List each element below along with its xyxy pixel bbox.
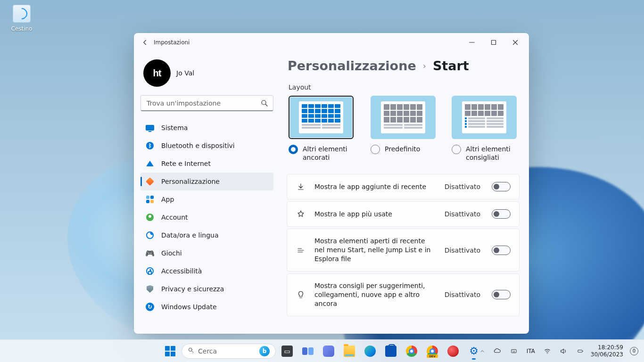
search-input[interactable] [140, 95, 273, 111]
tray-keyboard[interactable] [507, 346, 521, 356]
nav-label: Windows Update [161, 303, 217, 311]
chrome-icon [406, 346, 417, 357]
nav-label: Privacy e sicurezza [161, 285, 224, 293]
minimize-icon [468, 38, 476, 47]
setting-label: Mostra le app più usate [314, 210, 436, 219]
time-label: 18:20:59 [591, 344, 623, 351]
tray-network[interactable] [541, 346, 554, 357]
nav-item-gaming[interactable]: 🎮Giochi [140, 244, 273, 262]
desktop-icon-label: Cestino [7, 25, 37, 32]
nav-item-bluetooth[interactable]: ᛒBluetooth e dispositivi [140, 137, 273, 155]
profile-block[interactable]: ht Jo Val [140, 52, 273, 95]
setting-recent-items: Mostra elementi aperti di recente nel me… [287, 229, 520, 272]
taskbar-app-chrome-dev[interactable] [423, 342, 442, 361]
start-button[interactable] [161, 342, 180, 361]
radio-label: Altri elementi consigliati [466, 145, 518, 162]
nav-label: App [161, 196, 174, 203]
taskbar-app-taskview[interactable]: ▭ [278, 342, 297, 361]
svg-point-2 [189, 348, 192, 351]
toggle-tips[interactable] [492, 290, 511, 299]
layout-option-default[interactable]: Predefinito [371, 96, 436, 162]
nav-label: Accessibilità [161, 267, 202, 275]
settings-window: Impostazioni ht Jo Val Sistema [134, 33, 529, 334]
download-icon [296, 182, 306, 191]
nav-item-time[interactable]: Data/ora e lingua [140, 226, 273, 244]
language-label: ITA [527, 348, 535, 354]
layout-options: Altri elementi ancorati Predefinito Altr… [289, 96, 520, 162]
toggle-recent-items[interactable] [492, 246, 511, 255]
arrow-left-icon [140, 38, 149, 47]
windows-icon [165, 346, 175, 356]
back-button[interactable] [137, 34, 153, 50]
gear-icon: ⚙ [468, 346, 479, 357]
chevron-right-icon: › [423, 61, 426, 71]
avatar: ht [143, 59, 171, 87]
layout-option-more-recommendations[interactable]: Altri elementi consigliati [452, 96, 518, 162]
nav-label: Account [161, 214, 188, 221]
nav-item-accounts[interactable]: Account [140, 208, 273, 226]
setting-recent-apps: Mostra le app aggiunte di recente Disatt… [287, 174, 520, 199]
maximize-button[interactable] [483, 35, 504, 50]
taskbar-app-settings[interactable]: ⚙ [464, 342, 483, 361]
nav-label: Bluetooth e dispositivi [161, 142, 235, 149]
svg-point-1 [262, 100, 266, 105]
taskbar-app-opera[interactable] [444, 342, 462, 361]
toggle-recent-apps[interactable] [492, 182, 511, 191]
breadcrumb-parent[interactable]: Personalizzazione [288, 58, 416, 73]
system-tray: ITA 18:20:59 30/06/2023 0 [477, 344, 638, 358]
search-placeholder: Cerca [198, 347, 217, 355]
taskbar-app-edge[interactable] [361, 342, 380, 361]
nav-label: Personalizzazione [161, 178, 220, 185]
nav-item-accessibility[interactable]: Accessibilità [140, 262, 273, 280]
tray-onedrive[interactable] [491, 346, 504, 357]
tray-notifications[interactable]: 0 [630, 347, 638, 355]
radio-icon [371, 145, 380, 154]
nav-label: Data/ora e lingua [161, 231, 219, 239]
opera-icon [447, 346, 459, 357]
taskbar-app-chrome[interactable] [402, 342, 421, 361]
minimize-button[interactable] [461, 35, 483, 50]
taskbar-app-store[interactable] [381, 342, 400, 361]
setting-state: Disattivato [445, 183, 480, 190]
taskbar-app-chat[interactable] [319, 342, 338, 361]
search-icon [188, 347, 194, 355]
taskbar: Cerca b ▭ ⚙ ITA 18:20:59 30/06/2023 0 [0, 339, 644, 362]
nav-item-apps[interactable]: App [140, 190, 273, 208]
store-icon [385, 346, 396, 357]
tray-language[interactable]: ITA [524, 346, 538, 356]
nav-item-personalization[interactable]: Personalizzazione [140, 173, 273, 190]
bluetooth-icon: ᛒ [145, 141, 155, 150]
nav-item-privacy[interactable]: Privacy e sicurezza [140, 280, 273, 298]
nav-item-update[interactable]: Windows Update [140, 298, 273, 316]
layout-option-more-pins[interactable]: Altri elementi ancorati [289, 96, 355, 162]
desktop-icon-recycle-bin[interactable]: Cestino [7, 5, 37, 32]
taskbar-search[interactable]: Cerca b [182, 344, 276, 359]
nav-label: Sistema [161, 124, 188, 132]
wifi-icon [145, 159, 155, 168]
content-area: Personalizzazione › Start Layout Altri e… [280, 52, 529, 334]
toggle-most-used[interactable] [492, 209, 511, 219]
person-icon [145, 213, 155, 222]
svg-rect-3 [511, 349, 516, 353]
tray-battery[interactable] [573, 346, 588, 356]
widgets-icon [302, 346, 314, 357]
setting-label: Mostra consigli per suggerimenti, colleg… [314, 281, 436, 308]
taskbar-app-widgets[interactable] [298, 342, 317, 361]
taskbar-app-explorer[interactable] [340, 342, 359, 361]
list-icon [296, 246, 306, 255]
folder-icon [344, 346, 355, 357]
lightbulb-icon [296, 290, 306, 299]
tray-clock[interactable]: 18:20:59 30/06/2023 [591, 344, 625, 358]
bing-icon: b [259, 346, 270, 356]
close-button[interactable] [504, 35, 526, 50]
paintbrush-icon [145, 177, 155, 186]
breadcrumb-current: Start [433, 58, 469, 73]
chrome-dev-icon [427, 346, 438, 357]
tray-volume[interactable] [557, 346, 570, 357]
setting-state: Disattivato [445, 291, 480, 298]
keyboard-icon [510, 348, 518, 354]
close-icon [511, 38, 520, 47]
nav-item-network[interactable]: Rete e Internet [140, 155, 273, 173]
sidebar: ht Jo Val Sistema ᛒBluetooth e dispositi… [134, 52, 280, 334]
nav-item-system[interactable]: Sistema [140, 119, 273, 137]
